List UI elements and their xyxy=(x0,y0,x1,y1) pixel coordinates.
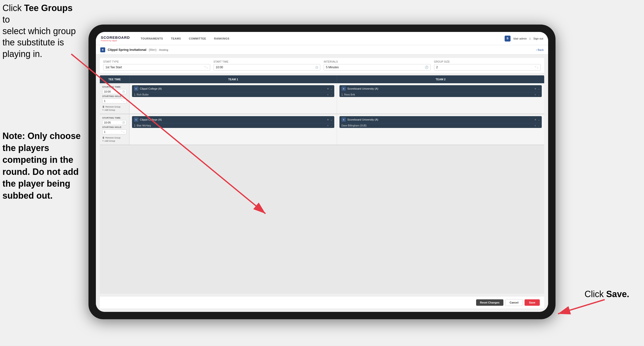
add-group-btn-2[interactable]: + Add Group xyxy=(102,139,126,142)
team1-name-1: Clippd College (A) xyxy=(140,87,326,90)
team2-icon-2: S xyxy=(342,117,346,122)
add-group-btn-1[interactable]: + Add Group xyxy=(102,108,126,111)
player-remove-2-2[interactable]: ✕ xyxy=(534,124,536,127)
player-chevron-1-1[interactable]: ⌄ xyxy=(330,94,332,96)
team2-remove-icon-2[interactable]: ✕ xyxy=(534,118,536,121)
remove-group-btn-2[interactable]: 🗑 Remove Group xyxy=(102,136,126,139)
nav-rankings[interactable]: RANKINGS xyxy=(211,36,233,41)
nav-links: TOURNAMENTS TEAMS COMMITTEE RANKINGS xyxy=(137,36,505,41)
intervals-label: Intervals xyxy=(324,60,431,63)
team1-icon-1: C xyxy=(134,86,138,91)
hosting-badge: Hosting xyxy=(159,48,168,51)
clock-icon: 🕐 xyxy=(315,66,318,69)
team1-remove-icon-1[interactable]: ✕ xyxy=(327,87,329,90)
start-time-input[interactable]: 10:00 🕐 xyxy=(214,64,320,70)
starting-time-input-2[interactable]: 10:05 🕐 xyxy=(102,120,126,125)
team2-slot-1: S Scoreboard University (A) ✕ ⌄ 1. R xyxy=(337,83,544,114)
tablet-frame: SCOREBOARD Powered by clippd TOURNAMENTS… xyxy=(88,24,556,319)
note-bold: Only choosethe playerscompeting in thero… xyxy=(2,131,80,201)
sub-header: B Clippd Spring Invitational (Men) Hosti… xyxy=(96,45,548,54)
player-chevron-2-2[interactable]: ⌄ xyxy=(538,124,540,127)
starting-time-label-1: STARTING TIME: xyxy=(102,86,126,88)
hole-arrow-1: ⌃⌄ xyxy=(121,100,125,102)
tee-time-cell-1: STARTING TIME: 10:00 🕐 STARTING HOLE: 1 … xyxy=(100,83,129,114)
group-size-select[interactable]: 2 ⌃⌄ xyxy=(434,64,541,70)
back-button[interactable]: Back xyxy=(536,48,544,51)
cancel-button[interactable]: Cancel xyxy=(505,299,522,306)
group-row-2: STARTING TIME: 10:05 🕐 STARTING HOLE: 1 … xyxy=(100,114,544,145)
tee-actions-1: 🗑 Remove Group + Add Group xyxy=(102,105,126,111)
sign-out-link[interactable]: Sign out xyxy=(534,37,543,40)
note-prefix: Note: xyxy=(2,131,28,141)
group-size-arrow: ⌃⌄ xyxy=(534,66,538,69)
player-remove-1-2[interactable]: ✕ xyxy=(327,124,329,127)
instruction-text: Click Tee Groups toselect which groupthe… xyxy=(2,2,81,60)
start-type-arrow: ⌃⌄ xyxy=(204,66,208,69)
team2-chevron-icon-2[interactable]: ⌄ xyxy=(538,118,540,121)
nav-tournaments[interactable]: TOURNAMENTS xyxy=(137,36,166,41)
starting-time-input-1[interactable]: 10:00 🕐 xyxy=(102,89,126,94)
team1-slot-2: C Clippd College (A) ✕ ⌄ 2. Blair Mc xyxy=(129,114,337,145)
team2-name-2: Scoreboard University (A) xyxy=(347,118,533,121)
team1-remove-icon-2[interactable]: ✕ xyxy=(327,118,329,121)
starting-hole-label-1: STARTING HOLE: xyxy=(102,95,126,97)
team1-chevron-icon-1[interactable]: ⌄ xyxy=(330,87,332,90)
team1-card-1: C Clippd College (A) ✕ ⌄ 1. Rich But xyxy=(132,85,334,97)
table-header: Tee Time Team 1 Team 2 xyxy=(100,75,544,83)
team2-card-2: S Scoreboard University (A) ✕ ⌄ Dave xyxy=(340,116,542,128)
starting-hole-label-2: STARTING HOLE: xyxy=(102,126,126,128)
team2-remove-icon-1[interactable]: ✕ xyxy=(534,87,536,90)
team1-icon-2: C xyxy=(134,117,138,122)
logo-text: SCOREBOARD xyxy=(101,35,130,39)
team2-chevron-icon-1[interactable]: ⌄ xyxy=(538,87,540,90)
team1-card-header-1: C Clippd College (A) ✕ ⌄ xyxy=(132,85,334,92)
start-type-select[interactable]: 1st Tee Start ⌃⌄ xyxy=(103,64,210,70)
sub-badge: B xyxy=(100,47,105,52)
team2-slot-2: S Scoreboard University (A) ✕ ⌄ Dave xyxy=(337,114,544,145)
intervals-clock-icon: 🕐 xyxy=(425,65,428,69)
start-type-field: Start Type 1st Tee Start ⌃⌄ xyxy=(103,60,210,70)
time-icon-2: 🕐 xyxy=(122,121,125,124)
th-team2: Team 2 xyxy=(337,75,544,83)
starting-hole-input-2[interactable]: 1 ⌃⌄ xyxy=(102,129,126,134)
save-button[interactable]: Save xyxy=(524,299,540,306)
nav-committee[interactable]: COMMITTEE xyxy=(185,36,210,41)
team1-chevron-icon-2[interactable]: ⌄ xyxy=(330,118,332,121)
reset-changes-button[interactable]: Reset Changes xyxy=(476,299,504,306)
team2-name-1: Scoreboard University (A) xyxy=(347,87,533,90)
start-type-label: Start Type xyxy=(103,60,210,63)
intervals-select[interactable]: 5 Minutes 🕐 xyxy=(324,64,431,70)
team1-card-header-2: C Clippd College (A) ✕ ⌄ xyxy=(132,116,334,123)
player-name-2-2: Dave Billingham (SUB) xyxy=(342,124,533,127)
team1-actions-1: ✕ ⌄ xyxy=(327,87,332,90)
nav-teams[interactable]: TEAMS xyxy=(168,36,184,41)
player-remove-2-1[interactable]: ✕ xyxy=(534,94,536,96)
player-chevron-1-2[interactable]: ⌄ xyxy=(330,124,332,127)
team2-card-header-1: S Scoreboard University (A) ✕ ⌄ xyxy=(340,85,542,92)
tablet-screen: SCOREBOARD Powered by clippd TOURNAMENTS… xyxy=(96,32,548,312)
player-row-1-1: 1. Rich Butler ✕ ⌄ xyxy=(132,92,334,97)
player-name-1-2: 2. Blair McHarg xyxy=(134,124,326,127)
starting-hole-input-1[interactable]: 1 ⌃⌄ xyxy=(102,98,126,103)
logo-sub: Powered by clippd xyxy=(101,39,130,42)
teams-cell-1: C Clippd College (A) ✕ ⌄ 1. Rich But xyxy=(129,83,544,114)
hole-arrow-2: ⌃⌄ xyxy=(121,131,125,133)
player-remove-1-1[interactable]: ✕ xyxy=(327,94,329,96)
instruction-line2: toselect which groupthe substitute ispla… xyxy=(2,14,76,59)
navbar: SCOREBOARD Powered by clippd TOURNAMENTS… xyxy=(96,32,548,45)
th-tee-time: Tee Time xyxy=(100,75,129,83)
svg-line-2 xyxy=(558,300,605,314)
click-save-instruction: Click Save. xyxy=(584,289,629,299)
team1-card-2: C Clippd College (A) ✕ ⌄ 2. Blair Mc xyxy=(132,116,334,128)
instruction-line1: Click xyxy=(2,3,24,13)
player-chevron-2-1[interactable]: ⌄ xyxy=(538,94,540,96)
remove-group-btn-1[interactable]: 🗑 Remove Group xyxy=(102,105,126,108)
player-row-1-2: 2. Blair McHarg ✕ ⌄ xyxy=(132,123,334,128)
tee-time-cell-2: STARTING TIME: 10:05 🕐 STARTING HOLE: 1 … xyxy=(100,114,129,145)
player-name-2-1: 1. Rees Britt xyxy=(342,93,533,96)
group-size-label: Group Size xyxy=(434,60,541,63)
tournament-name: Clippd Spring Invitational xyxy=(108,48,146,51)
teams-cell-2: C Clippd College (A) ✕ ⌄ 2. Blair Mc xyxy=(129,114,544,145)
team1-name-2: Clippd College (A) xyxy=(140,118,326,121)
player-row-2-2: Dave Billingham (SUB) ✕ ⌄ xyxy=(340,123,542,128)
